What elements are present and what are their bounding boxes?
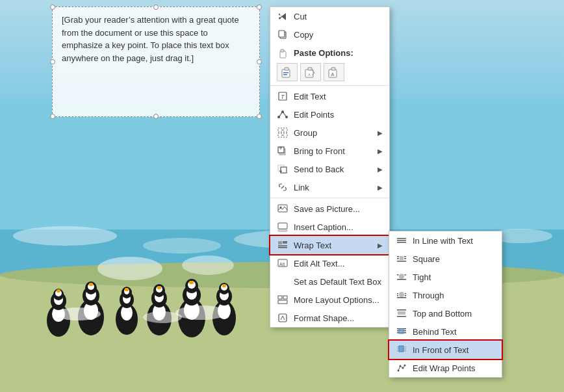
svg-point-55 (175, 306, 227, 320)
handle-ml[interactable] (50, 59, 55, 64)
tight-icon (396, 271, 407, 283)
group-icon (277, 127, 288, 138)
menu-item-save-picture[interactable]: Save as Picture... (270, 200, 389, 218)
svg-rect-101 (400, 256, 404, 260)
behind-label: Behind Text (413, 327, 495, 337)
more-layout-label: More Layout Options... (294, 295, 383, 305)
handle-mr[interactable] (257, 59, 262, 64)
svg-rect-109 (405, 274, 407, 276)
svg-rect-114 (397, 295, 398, 296)
svg-rect-89 (283, 242, 287, 244)
menu-item-edit-text[interactable]: T Edit Text (270, 87, 389, 105)
submenu-item-inline[interactable]: In Line with Text (389, 231, 502, 250)
edit-points-icon (277, 109, 288, 120)
submenu-item-in-front[interactable]: In Front of Text (389, 341, 502, 359)
bring-front-arrow: ▶ (378, 148, 383, 155)
menu-item-wrap-text[interactable]: Wrap Text ▶ (270, 236, 389, 254)
textbox-content: [Grab your reader’s attention with a gre… (62, 15, 239, 63)
svg-point-3 (143, 238, 221, 254)
menu-item-edit-points[interactable]: Edit Points (270, 105, 389, 124)
svg-rect-117 (398, 311, 405, 315)
svg-point-128 (398, 370, 400, 372)
through-label: Through (413, 291, 495, 300)
paste-options-header: Paste Options: (270, 44, 389, 60)
document-textbox: [Grab your reader’s attention with a gre… (52, 7, 260, 117)
square-wrap-icon (396, 253, 407, 265)
copy-label: Copy (294, 30, 383, 40)
svg-rect-91 (278, 247, 287, 248)
submenu-item-wrap-points[interactable]: Edit Wrap Points (389, 359, 502, 377)
caption-label: Insert Caption... (294, 222, 383, 232)
submenu-item-through[interactable]: Through (389, 286, 502, 304)
svg-rect-31 (125, 288, 129, 291)
svg-rect-115 (405, 295, 406, 296)
handle-tr[interactable] (257, 5, 262, 10)
menu-item-set-default[interactable]: Set as Default Text Box (270, 272, 389, 291)
caption-icon (277, 221, 288, 233)
submenu-item-square[interactable]: Square (389, 250, 502, 268)
edit-text-icon: T (277, 90, 288, 102)
svg-rect-62 (283, 72, 288, 73)
svg-rect-68 (331, 68, 335, 70)
svg-rect-75 (278, 128, 282, 132)
svg-rect-95 (283, 296, 287, 299)
copy-icon (277, 29, 288, 40)
menu-item-group[interactable]: Group ▶ (270, 124, 389, 142)
menu-item-send-back[interactable]: Send to Back ▶ (270, 160, 389, 178)
svg-point-74 (285, 116, 288, 118)
paste-btn-1[interactable] (277, 63, 298, 81)
inline-icon (396, 235, 407, 246)
svg-point-107 (399, 274, 404, 279)
menu-item-more-layout[interactable]: More Layout Options... (270, 291, 389, 309)
send-back-icon (277, 163, 288, 175)
svg-rect-118 (397, 309, 406, 311)
handle-bm[interactable] (153, 114, 159, 119)
wrap-text-submenu: In Line with Text Square Tight Through T… (389, 231, 502, 378)
wrap-text-label: Wrap Text (294, 241, 378, 250)
separator-1 (270, 85, 389, 86)
wrap-points-icon (396, 362, 407, 374)
edit-points-label: Edit Points (294, 110, 383, 120)
menu-item-alt-text[interactable]: Alt Edit Alt Text... (270, 254, 389, 272)
svg-rect-52 (222, 284, 226, 287)
submenu-item-top-bottom[interactable]: Top and Bottom (389, 304, 502, 322)
paste-btn-3[interactable]: A (324, 63, 344, 81)
save-picture-icon (277, 203, 288, 215)
svg-point-9 (97, 257, 162, 280)
svg-text:A: A (308, 73, 311, 77)
submenu-item-behind[interactable]: Behind Text (389, 322, 502, 341)
top-bottom-label: Top and Bottom (413, 309, 495, 319)
menu-item-bring-front[interactable]: Bring to Front ▶ (270, 142, 389, 160)
set-default-label: Set as Default Text Box (294, 277, 383, 287)
alt-text-icon: Alt (277, 257, 288, 269)
in-front-icon (396, 344, 407, 356)
svg-point-130 (402, 367, 404, 369)
send-back-arrow: ▶ (378, 166, 383, 173)
submenu-item-tight[interactable]: Tight (389, 268, 502, 286)
handle-br[interactable] (257, 114, 262, 119)
svg-rect-106 (397, 261, 406, 262)
group-label: Group (294, 128, 378, 138)
svg-rect-102 (397, 256, 399, 257)
handle-tl[interactable] (50, 5, 55, 10)
paste-icon (277, 47, 288, 59)
menu-item-copy[interactable]: Copy (270, 25, 389, 44)
menu-item-link[interactable]: Link ▶ (270, 178, 389, 196)
link-icon (277, 181, 288, 193)
svg-rect-85 (278, 223, 287, 229)
svg-rect-110 (397, 279, 406, 280)
wrap-text-icon (277, 239, 288, 251)
inline-label: In Line with Text (413, 236, 495, 246)
menu-item-cut[interactable]: Cut (270, 7, 389, 25)
svg-rect-78 (283, 133, 287, 137)
handle-tm[interactable] (153, 5, 159, 10)
handle-bl[interactable] (50, 114, 55, 119)
svg-rect-76 (283, 128, 287, 132)
paste-btn-2[interactable]: A (300, 63, 321, 81)
menu-item-format-shape[interactable]: Format Shape... (270, 309, 389, 327)
tight-label: Tight (413, 272, 495, 282)
menu-item-caption[interactable]: Insert Caption... (270, 218, 389, 236)
edit-text-label: Edit Text (294, 92, 383, 101)
svg-point-53 (55, 307, 101, 320)
separator-2 (270, 198, 389, 198)
